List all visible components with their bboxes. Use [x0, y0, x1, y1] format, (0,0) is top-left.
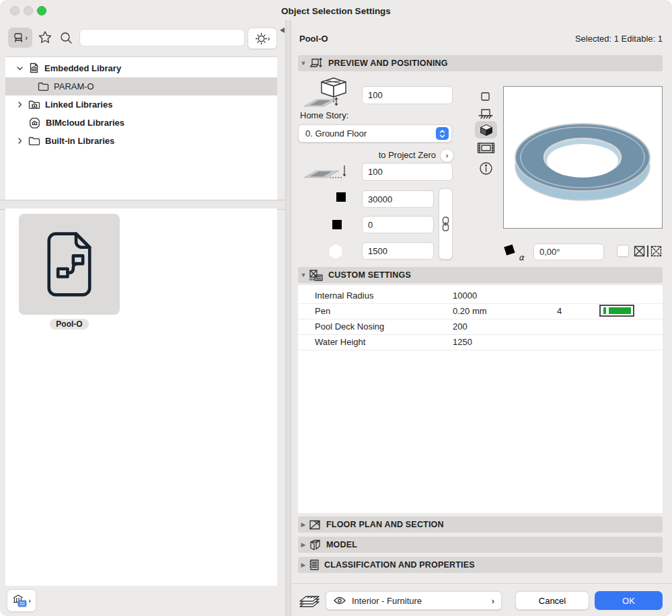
object-3d-preview[interactable]	[503, 86, 663, 229]
mirror-checkbox[interactable]	[617, 245, 629, 257]
tree-item-label: PARAM-O	[54, 81, 94, 91]
chevron-right-icon: ›	[268, 35, 270, 42]
window-title: Object Selection Settings	[0, 6, 672, 16]
floor-plan-icon	[309, 519, 322, 531]
field-value: 0	[368, 220, 373, 230]
layer-select[interactable]: Interior - Furniture ›	[326, 591, 502, 610]
height-to-story-icon	[301, 77, 359, 110]
layer-value: Interior - Furniture	[352, 596, 492, 606]
gear-icon	[255, 32, 268, 45]
section-model[interactable]: ▶ MODEL	[298, 537, 663, 553]
view-preview-button[interactable]	[477, 142, 495, 154]
section-preview-positioning[interactable]: ▼ PREVIEW AND POSITIONING	[298, 55, 663, 71]
param-name: Pen	[315, 306, 330, 316]
classification-document-icon	[309, 559, 320, 571]
triangle-right-icon: ▶	[298, 541, 309, 548]
section-custom-settings[interactable]: ▼ CUSTOM SETTINGS	[298, 267, 663, 283]
param-row-pen[interactable]: Pen 0.20 mm 4	[298, 303, 663, 319]
search-input-wrap	[79, 29, 245, 46]
settings-menu-button[interactable]: ›	[248, 28, 277, 49]
tree-item-label: Built-in Libraries	[45, 136, 114, 146]
thumbnail-label: Pool-O	[50, 319, 88, 330]
cube-3d-icon	[480, 124, 493, 137]
pen-color-tick	[603, 307, 606, 314]
rotation-angle-icon: α	[500, 241, 530, 262]
main-divider[interactable]	[285, 20, 291, 616]
chevron-right-icon	[16, 101, 24, 108]
field-value: 30000	[368, 194, 392, 204]
triangle-down-icon: ▼	[298, 272, 309, 278]
home-story-select[interactable]: 0. Ground Floor	[298, 124, 452, 143]
object-preview-area: Pool-O	[5, 208, 277, 586]
depth-field[interactable]: 0	[362, 216, 434, 233]
sidebar-item-linked-libraries[interactable]: Linked Libraries	[5, 95, 277, 114]
height-field[interactable]: 1500	[362, 242, 434, 260]
depth-dimension-icon	[331, 217, 351, 233]
chevron-right-icon	[16, 137, 24, 145]
sidebar-item-param-o[interactable]: PARAM-O	[5, 77, 277, 95]
object-type-button[interactable]: ›	[8, 28, 32, 48]
field-value: 100	[368, 90, 383, 100]
width-field[interactable]: 30000	[362, 190, 434, 208]
object-thumbnail[interactable]	[19, 214, 120, 315]
view-info-button[interactable]	[479, 161, 493, 176]
view-front-button[interactable]	[478, 108, 493, 120]
preview-positioning-icon	[309, 57, 324, 69]
param-row-internal-radius[interactable]: Internal Radius 10000	[298, 288, 663, 304]
triangle-right-icon: ▶	[298, 562, 309, 568]
section-floor-plan-and-section[interactable]: ▶ FLOOR PLAN AND SECTION	[298, 516, 663, 533]
chevron-right-icon: ›	[28, 597, 31, 605]
param-o-document-icon	[41, 228, 98, 301]
embedded-library-icon	[28, 63, 40, 74]
footer-divider	[291, 583, 672, 584]
height-above-story-field[interactable]: 100	[362, 86, 453, 104]
chevron-right-icon: ›	[492, 596, 494, 605]
field-value: 0,00°	[539, 247, 560, 257]
link-dimensions-toggle[interactable]	[439, 188, 453, 260]
selection-status: Selected: 1 Editable: 1	[441, 34, 663, 44]
param-row-water-height[interactable]: Water Height 1250	[298, 334, 663, 350]
sidebar-item-bimcloud-libraries[interactable]: BIMcloud Libraries	[5, 114, 277, 132]
reference-level-button[interactable]: ›	[440, 149, 454, 163]
ok-button[interactable]: OK	[595, 591, 663, 610]
param-row-pool-deck-nosing[interactable]: Pool Deck Nosing 200	[298, 319, 663, 335]
library-settings-icon	[12, 594, 28, 607]
film-strip-icon	[477, 142, 495, 154]
section-classification-properties[interactable]: ▶ CLASSIFICATION AND PROPERTIES	[298, 557, 663, 573]
search-input[interactable]	[79, 29, 245, 46]
width-dimension-icon	[332, 191, 350, 208]
info-icon	[479, 161, 493, 176]
popup-stepper-icon	[436, 127, 449, 140]
favorites-button[interactable]	[37, 30, 53, 46]
cancel-button[interactable]: Cancel	[515, 591, 589, 610]
object-name: Pool-O	[299, 34, 328, 44]
sidebar-item-builtin-libraries[interactable]: Built-in Libraries	[5, 132, 277, 150]
eye-icon	[333, 596, 346, 605]
bimcloud-library-icon	[28, 117, 41, 129]
layer-icon	[299, 591, 322, 610]
view-2d-symbol-button[interactable]	[480, 91, 490, 102]
mirrored-on-icon[interactable]	[633, 245, 646, 258]
tree-item-label: Embedded Library	[44, 63, 121, 73]
pen-number: 4	[557, 306, 562, 316]
section-title: CUSTOM SETTINGS	[328, 270, 411, 280]
thumbnail-caption: Pool-O	[5, 319, 133, 329]
pen-color-swatch[interactable]	[599, 305, 634, 317]
elevation-view-icon	[478, 108, 493, 120]
param-value: 0.20 mm	[453, 306, 487, 316]
library-manager-button[interactable]: ›	[7, 589, 36, 612]
field-value: 1500	[368, 246, 387, 256]
pool-ring-preview-image	[504, 87, 662, 228]
sidebar-item-embedded-library[interactable]: Embedded Library	[5, 59, 277, 77]
search-button[interactable]	[59, 31, 73, 45]
mirrored-off-icon[interactable]	[650, 245, 663, 258]
chevron-right-icon: ›	[446, 152, 449, 159]
triangle-right-icon: ▶	[298, 521, 309, 528]
elevation-field[interactable]: 100	[362, 163, 453, 181]
collapse-left-icon[interactable]	[279, 27, 285, 34]
section-title: PREVIEW AND POSITIONING	[328, 59, 448, 68]
builtin-folder-icon	[28, 136, 40, 146]
param-value: 1250	[453, 337, 472, 347]
rotation-angle-field[interactable]: 0,00°	[533, 243, 604, 260]
view-3d-button[interactable]	[475, 121, 497, 139]
